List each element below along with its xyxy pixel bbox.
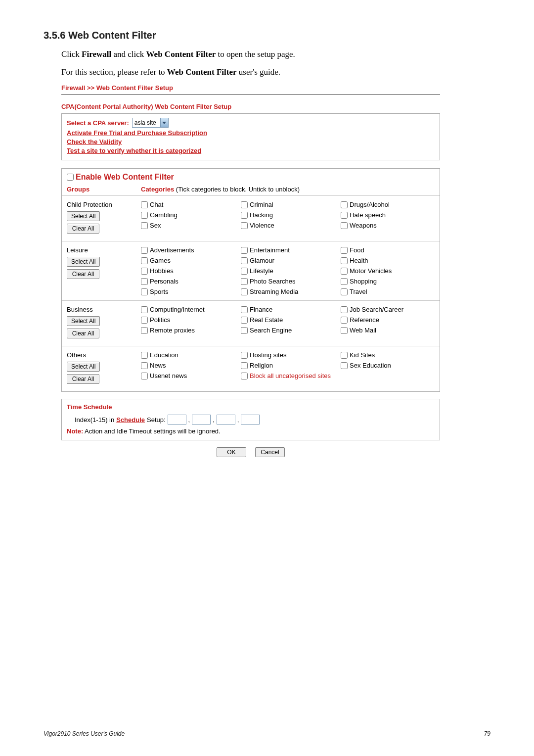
check-validity-link[interactable]: Check the Validity [67, 138, 122, 145]
category-politics[interactable]: Politics [141, 316, 238, 324]
activate-trial-link[interactable]: Activate Free Trial and Purchase Subscri… [67, 129, 207, 137]
schedule-index-label: Index(1-15) in [75, 416, 114, 424]
category-news[interactable]: News [141, 362, 238, 369]
cat-label: Motor Vehicles [350, 267, 392, 275]
category-health[interactable]: Health [341, 257, 438, 264]
cat-label: Block all uncategorised sites [250, 372, 331, 379]
category-glamour[interactable]: Glamour [241, 257, 338, 264]
schedule-index-3[interactable] [217, 415, 235, 425]
group-others: Others Select All Clear All Education Ho… [62, 346, 440, 391]
cat-label: Shopping [350, 278, 377, 285]
ok-button[interactable]: OK [217, 447, 246, 457]
category-lifestyle[interactable]: Lifestyle [241, 267, 338, 275]
intro-firewall-bold: Firewall [82, 49, 111, 59]
intro-wcf2-bold: Web Content Filter [167, 67, 237, 77]
clear-all-button[interactable]: Clear All [67, 374, 99, 384]
category-travel[interactable]: Travel [341, 288, 438, 295]
category-education[interactable]: Education [141, 351, 238, 359]
category-gambling[interactable]: Gambling [141, 211, 238, 219]
category-sex[interactable]: Sex [141, 222, 238, 229]
cat-label: Advertisements [150, 246, 194, 254]
content-filter-panel: Enable Web Content Filter Groups Categor… [61, 168, 440, 392]
cat-label: Travel [350, 288, 367, 295]
test-site-link[interactable]: Test a site to verify whether it is cate… [67, 147, 201, 154]
cat-label: Usenet news [150, 372, 187, 379]
category-sex-education[interactable]: Sex Education [341, 362, 438, 369]
category-motor-vehicles[interactable]: Motor Vehicles [341, 267, 438, 275]
cat-label: Job Search/Career [350, 306, 403, 313]
category-web-mail[interactable]: Web Mail [341, 327, 438, 334]
cat-label: Sports [150, 288, 169, 295]
select-all-button[interactable]: Select All [67, 362, 100, 372]
cat-label: Games [150, 257, 171, 264]
footer-guide: Vigor2910 Series User's Guide [44, 730, 125, 737]
group-business: Business Select All Clear All Computing/… [62, 300, 440, 346]
category-hacking[interactable]: Hacking [241, 211, 338, 219]
category-sports[interactable]: Sports [141, 288, 238, 295]
schedule-index-2[interactable] [192, 415, 211, 425]
clear-all-button[interactable]: Clear All [67, 224, 99, 234]
category-usenet-news[interactable]: Usenet news [141, 372, 238, 379]
cancel-button[interactable]: Cancel [255, 447, 285, 457]
cat-label: Chat [150, 201, 163, 208]
category-reference[interactable]: Reference [341, 316, 438, 324]
group-child-protection: Child Protection Select All Clear All Ch… [62, 195, 440, 241]
enable-filter-checkbox[interactable]: Enable Web Content Filter [67, 173, 174, 182]
schedule-setup-text: Setup: [147, 416, 166, 424]
enable-filter-input[interactable] [67, 174, 74, 181]
category-drugs-alcohol[interactable]: Drugs/Alcohol [341, 201, 438, 208]
category-violence[interactable]: Violence [241, 222, 338, 229]
cat-label: Personals [150, 278, 178, 285]
schedule-index-1[interactable] [168, 415, 186, 425]
select-all-button[interactable]: Select All [67, 316, 100, 326]
category-search-engine[interactable]: Search Engine [241, 327, 338, 334]
category-photo-searches[interactable]: Photo Searches [241, 278, 338, 285]
category-games[interactable]: Games [141, 257, 238, 264]
cat-label: Religion [250, 362, 273, 369]
category-block-uncategorised[interactable]: Block all uncategorised sites [241, 372, 438, 379]
clear-all-button[interactable]: Clear All [67, 269, 99, 279]
category-chat[interactable]: Chat [141, 201, 238, 208]
category-finance[interactable]: Finance [241, 306, 338, 313]
time-schedule-title: Time Schedule [67, 403, 435, 411]
intro-wcf-bold: Web Content Filter [146, 49, 216, 59]
footer-page: 79 [484, 730, 490, 737]
category-hate-speech[interactable]: Hate speech [341, 211, 438, 219]
cat-label: Finance [250, 306, 272, 313]
category-streaming-media[interactable]: Streaming Media [241, 288, 338, 295]
cat-label: Search Engine [250, 327, 292, 334]
cat-label: Glamour [250, 257, 274, 264]
time-schedule-panel: Time Schedule Index(1-15) in Schedule Se… [61, 399, 440, 440]
schedule-link[interactable]: Schedule [116, 416, 145, 424]
category-entertainment[interactable]: Entertainment [241, 246, 338, 254]
divider [61, 94, 440, 95]
category-computing-internet[interactable]: Computing/Internet [141, 306, 238, 313]
category-hosting-sites[interactable]: Hosting sites [241, 351, 338, 359]
cat-label: News [150, 362, 166, 369]
intro-text: user's guide. [237, 67, 281, 77]
category-criminal[interactable]: Criminal [241, 201, 338, 208]
cat-label: Health [350, 257, 368, 264]
category-hobbies[interactable]: Hobbies [141, 267, 238, 275]
select-all-button[interactable]: Select All [67, 211, 100, 221]
category-personals[interactable]: Personals [141, 278, 238, 285]
chevron-down-icon[interactable] [160, 118, 168, 127]
category-advertisements[interactable]: Advertisements [141, 246, 238, 254]
category-food[interactable]: Food [341, 246, 438, 254]
group-name: Others [67, 351, 136, 359]
clear-all-button[interactable]: Clear All [67, 329, 99, 338]
group-name: Leisure [67, 246, 136, 254]
note-text: Action and Idle Timeout settings will be… [83, 427, 221, 435]
cat-label: Sex Education [350, 362, 391, 369]
category-remote-proxies[interactable]: Remote proxies [141, 327, 238, 334]
category-real-estate[interactable]: Real Estate [241, 316, 338, 324]
cat-label: Drugs/Alcohol [350, 201, 390, 208]
category-shopping[interactable]: Shopping [341, 278, 438, 285]
category-weapons[interactable]: Weapons [341, 222, 438, 229]
schedule-index-4[interactable] [241, 415, 260, 425]
select-all-button[interactable]: Select All [67, 257, 100, 267]
category-kid-sites[interactable]: Kid Sites [341, 351, 438, 359]
category-religion[interactable]: Religion [241, 362, 338, 369]
cpa-server-select[interactable]: asia site [132, 118, 169, 128]
category-job-search[interactable]: Job Search/Career [341, 306, 438, 313]
